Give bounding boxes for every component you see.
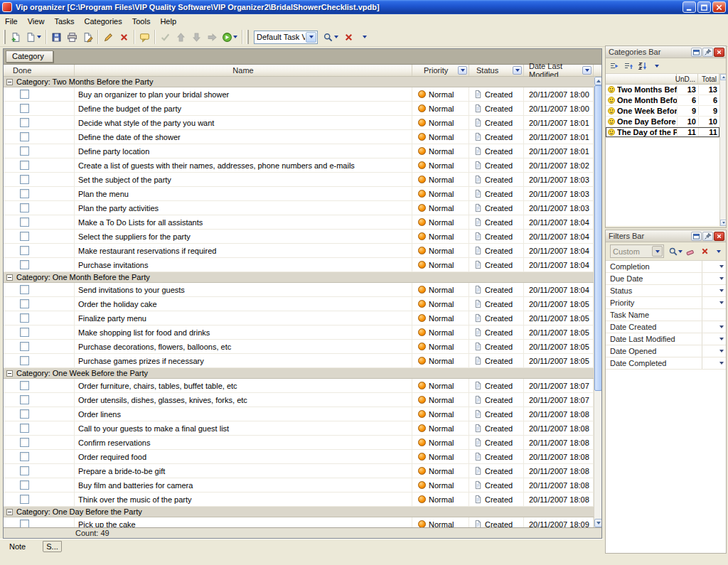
task-row[interactable]: Buy film and batteries for cameraNormalC… (4, 478, 594, 493)
scroll-thumb[interactable] (594, 85, 601, 391)
done-checkbox[interactable] (20, 146, 29, 156)
done-checkbox[interactable] (20, 260, 29, 269)
categories-menu-button[interactable] (650, 59, 664, 72)
filters-menu-button[interactable] (712, 244, 726, 258)
done-checkbox[interactable] (20, 203, 29, 212)
scroll-up-button[interactable] (720, 74, 726, 80)
task-row[interactable]: Define the date of the showerNormalCreat… (4, 130, 594, 144)
task-row[interactable]: Finalize party menuNormalCreated20/11/20… (4, 311, 594, 325)
toolbar-grip[interactable] (4, 30, 6, 44)
done-checkbox[interactable] (20, 175, 29, 184)
print-button[interactable] (64, 29, 80, 45)
filter-dropdown-icon[interactable] (719, 277, 724, 280)
scroll-down-button[interactable] (594, 519, 601, 527)
assign-category-button[interactable] (607, 59, 621, 72)
combobox-dropdown-button[interactable] (652, 246, 663, 257)
task-row[interactable]: Order utensils, dishes, glasses, knives,… (4, 393, 594, 407)
duplicate-task-button[interactable] (80, 29, 95, 45)
toolbar-options-button[interactable] (356, 29, 372, 45)
filter-dropdown-icon[interactable] (719, 265, 724, 268)
task-row[interactable]: Plan the party activitiesNormalCreated20… (4, 201, 594, 215)
edit-task-button[interactable] (100, 29, 116, 45)
categories-scrollbar[interactable] (719, 74, 726, 226)
task-row[interactable]: Purchase invitationsNormalCreated20/11/2… (4, 258, 594, 272)
remove-filter-button[interactable] (697, 244, 712, 258)
column-filter-button[interactable] (513, 66, 522, 75)
done-checkbox[interactable] (20, 438, 29, 447)
task-row[interactable]: Think over the music of the partyNormalC… (4, 493, 594, 507)
menu-categories[interactable]: Categories (80, 16, 127, 27)
done-checkbox[interactable] (20, 246, 29, 255)
task-row[interactable]: Prepare a bride-to-be giftNormalCreated2… (4, 464, 594, 478)
task-row[interactable]: Make a To Do Lists for all assistantsNor… (4, 215, 594, 230)
done-checkbox[interactable] (20, 520, 29, 527)
apply-filter-button[interactable] (667, 244, 683, 258)
filter-dropdown-icon[interactable] (719, 362, 724, 365)
task-row[interactable]: Send invitations to your guestsNormalCre… (4, 283, 594, 297)
task-row[interactable]: Make shopping list for food and drinksNo… (4, 325, 594, 340)
filter-field-row[interactable]: Priority (606, 297, 726, 309)
done-checkbox[interactable] (20, 452, 29, 461)
task-row[interactable]: Buy an organizer to plan your bridal sho… (4, 87, 594, 102)
new-task-button[interactable] (8, 29, 23, 45)
done-checkbox[interactable] (20, 189, 29, 198)
group-by-category-button[interactable]: Category (6, 50, 53, 63)
combobox-dropdown-button[interactable] (306, 32, 316, 43)
done-checkbox[interactable] (20, 161, 29, 170)
menu-tasks[interactable]: Tasks (49, 16, 79, 27)
filter-dropdown-icon[interactable] (719, 350, 724, 353)
task-row[interactable]: Make restaurant reservations if required… (4, 244, 594, 258)
categories-close-button[interactable] (714, 48, 724, 57)
filter-field-row[interactable]: Date Last Modified (606, 333, 726, 345)
done-checkbox[interactable] (20, 328, 29, 337)
task-row[interactable]: Order furniture, chairs, tables, buffet … (4, 379, 594, 393)
task-row[interactable]: Purchase games prizes if necessaryNormal… (4, 354, 594, 368)
done-checkbox[interactable] (20, 342, 29, 351)
filter-dropdown-icon[interactable] (719, 325, 724, 328)
category-name-column-header[interactable] (606, 74, 677, 84)
column-filter-button[interactable] (582, 66, 592, 75)
scroll-down-button[interactable] (720, 220, 726, 226)
save-button[interactable] (48, 29, 64, 45)
clear-find-button[interactable] (341, 29, 356, 45)
move-down-button[interactable] (188, 29, 204, 45)
category-group-row[interactable]: Category: One Day Before the Party (4, 507, 594, 517)
filter-dropdown-icon[interactable] (719, 301, 724, 304)
new-item-menu-button[interactable] (23, 29, 43, 45)
done-checkbox[interactable] (20, 409, 29, 419)
go-button[interactable] (220, 29, 240, 45)
category-row[interactable]: Two Months Before the Party1313 (606, 85, 719, 95)
category-row[interactable]: The Day of the Party1111 (606, 127, 719, 138)
task-row[interactable]: Define party locationNormalCreated20/11/… (4, 144, 594, 158)
open-task-button[interactable] (204, 29, 220, 45)
menu-file[interactable]: File (0, 16, 23, 27)
column-header-pri[interactable]: Priority (412, 65, 469, 76)
task-row[interactable]: Select the suppliers for the partyNormal… (4, 230, 594, 244)
done-checkbox[interactable] (20, 217, 29, 227)
filter-field-row[interactable]: Status (606, 285, 726, 297)
sort-categories-button[interactable] (636, 59, 650, 72)
done-checkbox[interactable] (20, 132, 29, 141)
toolbar-grip[interactable] (247, 30, 249, 44)
bottom-tab-note[interactable]: Note (5, 541, 30, 552)
done-checkbox[interactable] (20, 299, 29, 308)
done-checkbox[interactable] (20, 313, 29, 323)
filter-dropdown-icon[interactable] (719, 289, 724, 292)
filter-preset-combobox[interactable]: Custom (610, 244, 664, 258)
done-checkbox[interactable] (20, 424, 29, 433)
clear-filter-button[interactable] (683, 244, 697, 258)
scroll-up-button[interactable] (594, 77, 601, 85)
category-group-row[interactable]: Category: One Month Before the Party (4, 272, 594, 283)
collapse-icon[interactable] (6, 274, 13, 281)
categories-float-button[interactable] (691, 48, 702, 57)
task-row[interactable]: Plan the menuNormalCreated20/11/2007 18:… (4, 187, 594, 201)
complete-task-button[interactable] (157, 29, 173, 45)
filter-field-row[interactable]: Date Created (606, 321, 726, 333)
task-row[interactable]: Decide what style of the party you wantN… (4, 116, 594, 130)
done-checkbox[interactable] (20, 480, 29, 490)
filters-float-button[interactable] (691, 232, 702, 241)
done-checkbox[interactable] (20, 495, 29, 504)
bottom-tab-s[interactable]: S... (43, 541, 62, 552)
filters-pin-button[interactable] (702, 232, 713, 241)
task-row[interactable]: Confirm reservationsNormalCreated20/11/2… (4, 436, 594, 450)
